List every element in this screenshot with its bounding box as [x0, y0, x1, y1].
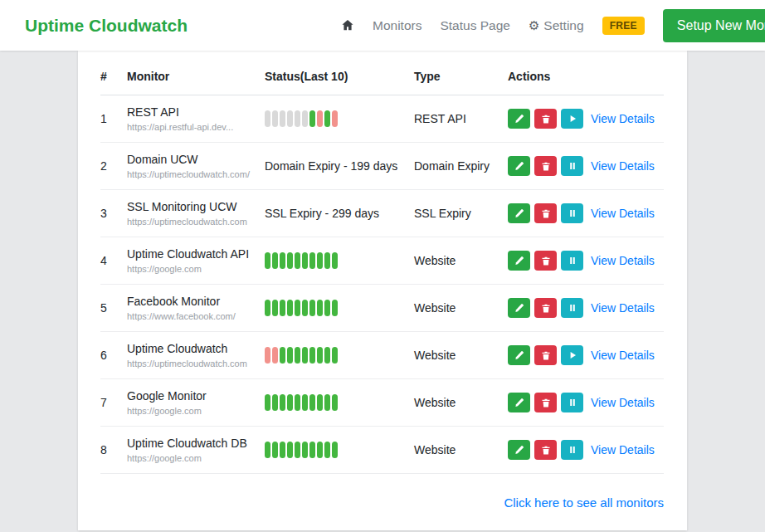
status-bar-green — [280, 394, 285, 411]
nav-monitors[interactable]: Monitors — [373, 18, 421, 33]
delete-button[interactable] — [534, 109, 557, 129]
header-type: Type — [414, 70, 508, 83]
status-bar-green — [317, 300, 323, 316]
status-bar-green — [280, 252, 285, 269]
monitor-type: Website — [414, 254, 508, 267]
delete-button[interactable] — [534, 251, 557, 271]
status-bar-green — [324, 252, 330, 269]
nav-status-page[interactable]: Status Page — [440, 18, 509, 33]
status-bar-green — [332, 442, 338, 458]
view-details-link[interactable]: View Details — [591, 396, 655, 409]
view-details-link[interactable]: View Details — [591, 301, 655, 315]
view-details-link[interactable]: View Details — [591, 159, 655, 173]
table-header: # Monitor Status(Last 10) Type Actions — [100, 56, 664, 95]
view-details-link[interactable]: View Details — [591, 254, 655, 267]
brand[interactable]: Uptime Cloudwatch — [25, 16, 188, 36]
monitor-url: https://uptimecloudwatch.com — [127, 217, 265, 227]
pause-icon — [568, 256, 577, 266]
status-text: Domain Expiry - 199 days — [265, 159, 397, 173]
home-icon[interactable] — [341, 19, 354, 32]
status-bar-red — [332, 110, 338, 127]
pause-icon — [568, 208, 577, 218]
delete-button[interactable] — [534, 156, 557, 176]
play-button[interactable] — [561, 109, 583, 129]
monitor-status: Domain Expiry - 199 days — [265, 159, 414, 173]
edit-button[interactable] — [508, 109, 530, 129]
status-bars — [265, 442, 338, 458]
status-bar-green — [309, 300, 315, 316]
monitor-name: Uptime Cloudwatch DB — [127, 437, 265, 450]
card-footer: Click here to see all monitors — [100, 474, 664, 510]
monitor-status — [265, 442, 414, 458]
status-bar-gray — [287, 110, 293, 127]
monitor-name: Uptime Cloudwatch API — [127, 247, 265, 261]
monitor-cell: Google Monitor https://google.com — [127, 389, 265, 416]
monitor-type: Domain Expiry — [414, 159, 508, 173]
edit-button[interactable] — [508, 345, 530, 365]
status-bar-green — [317, 252, 323, 269]
pause-icon — [568, 161, 577, 171]
monitor-url: https://uptimecloudwatch.com/ — [127, 169, 265, 179]
pause-button[interactable] — [561, 393, 583, 412]
status-bar-green — [265, 394, 270, 411]
header-status: Status(Last 10) — [265, 70, 414, 83]
status-text: SSL Expiry - 299 days — [265, 207, 379, 220]
status-bar-green — [324, 110, 330, 127]
delete-button[interactable] — [534, 203, 557, 223]
status-bar-green — [302, 442, 308, 458]
row-number: 1 — [100, 112, 127, 125]
status-bar-green — [295, 252, 300, 269]
monitor-cell: Facebook Monitor https://www.facebook.co… — [127, 295, 265, 321]
pause-button[interactable] — [561, 440, 583, 460]
status-bar-green — [332, 347, 338, 364]
status-bars — [265, 252, 338, 269]
status-bar-green — [280, 442, 285, 458]
play-icon — [568, 114, 577, 124]
view-details-link[interactable]: View Details — [591, 443, 655, 456]
nav-setting[interactable]: ⚙ Setting — [529, 18, 584, 33]
status-bar-green — [302, 252, 308, 269]
edit-button[interactable] — [508, 393, 530, 412]
edit-button[interactable] — [508, 251, 530, 271]
pause-button[interactable] — [561, 298, 583, 318]
edit-button[interactable] — [508, 440, 530, 460]
nav-links: Monitors Status Page ⚙ Setting FREE Setu… — [341, 9, 765, 42]
delete-button[interactable] — [534, 440, 557, 460]
edit-button[interactable] — [508, 156, 530, 176]
status-bar-green — [280, 300, 285, 316]
view-details-link[interactable]: View Details — [591, 349, 655, 362]
pause-button[interactable] — [561, 156, 583, 176]
edit-icon — [514, 398, 524, 408]
status-bars — [265, 110, 338, 127]
delete-button[interactable] — [534, 345, 557, 365]
delete-button[interactable] — [534, 298, 557, 318]
pause-button[interactable] — [561, 251, 583, 271]
monitor-type: Website — [414, 349, 508, 362]
trash-icon — [541, 445, 551, 456]
play-icon — [568, 350, 577, 360]
table-row: 1 REST API https://api.restful-api.dev..… — [100, 95, 664, 143]
play-button[interactable] — [561, 345, 583, 365]
row-number: 8 — [100, 443, 127, 456]
status-bar-green — [302, 300, 308, 316]
status-bar-green — [265, 300, 270, 316]
pause-button[interactable] — [561, 203, 583, 223]
monitor-url: https://www.facebook.com/ — [127, 311, 265, 321]
view-details-link[interactable]: View Details — [591, 112, 655, 125]
edit-button[interactable] — [508, 203, 530, 223]
row-number: 5 — [100, 301, 127, 315]
view-details-link[interactable]: View Details — [591, 207, 655, 220]
gear-icon: ⚙ — [529, 18, 539, 33]
trash-icon — [541, 398, 551, 408]
pause-icon — [568, 303, 577, 313]
edit-icon — [514, 161, 524, 172]
delete-button[interactable] — [534, 393, 557, 412]
see-all-monitors-link[interactable]: Click here to see all monitors — [504, 495, 664, 510]
monitor-type: Website — [414, 301, 508, 315]
nav-setting-label: Setting — [543, 18, 583, 33]
setup-new-monitor-button[interactable]: Setup New Monitor — [663, 9, 765, 42]
monitor-url: https://google.com — [127, 453, 265, 463]
edit-button[interactable] — [508, 298, 530, 318]
status-bar-green — [287, 347, 293, 364]
monitor-name: REST API — [127, 105, 265, 119]
